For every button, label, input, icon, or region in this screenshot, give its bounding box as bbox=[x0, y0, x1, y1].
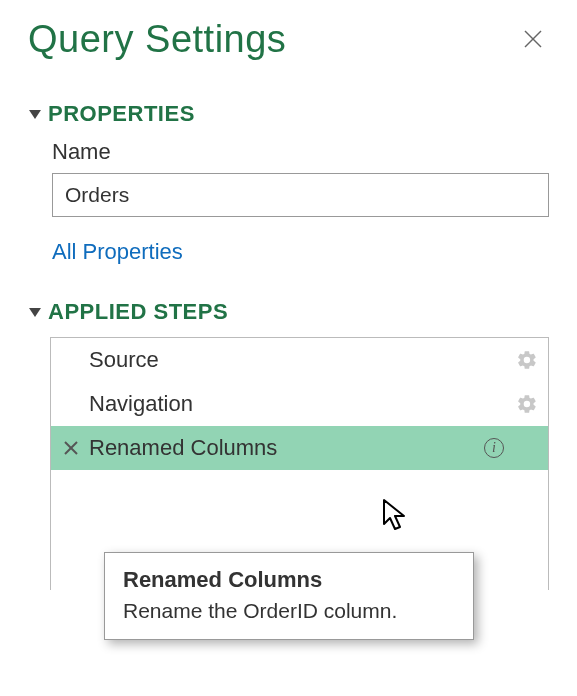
info-icon[interactable]: i bbox=[484, 438, 504, 458]
triangle-down-icon bbox=[29, 308, 41, 317]
applied-steps-header[interactable]: APPLIED STEPS bbox=[28, 299, 549, 325]
tooltip-description: Rename the OrderID column. bbox=[123, 599, 455, 623]
name-input[interactable] bbox=[52, 173, 549, 217]
step-label: Source bbox=[83, 347, 516, 373]
triangle-down-icon bbox=[29, 110, 41, 119]
panel-title: Query Settings bbox=[28, 18, 286, 61]
properties-section: PROPERTIES Name All Properties bbox=[28, 101, 549, 265]
step-label: Renamed Columns bbox=[83, 435, 484, 461]
name-label: Name bbox=[52, 139, 549, 165]
gear-icon[interactable] bbox=[516, 349, 538, 371]
step-row-navigation[interactable]: Navigation bbox=[51, 382, 548, 426]
properties-title: PROPERTIES bbox=[48, 101, 195, 127]
tooltip-title: Renamed Columns bbox=[123, 567, 455, 593]
query-settings-panel: Query Settings PROPERTIES Name All Prope… bbox=[0, 0, 577, 590]
x-icon[interactable] bbox=[59, 441, 83, 455]
step-label: Navigation bbox=[83, 391, 516, 417]
close-icon[interactable] bbox=[517, 22, 549, 58]
applied-steps-title: APPLIED STEPS bbox=[48, 299, 228, 325]
gear-icon[interactable] bbox=[516, 393, 538, 415]
properties-header[interactable]: PROPERTIES bbox=[28, 101, 549, 127]
panel-header: Query Settings bbox=[28, 18, 549, 61]
step-row-source[interactable]: Source bbox=[51, 338, 548, 382]
applied-steps-section: APPLIED STEPS Source Navigation bbox=[28, 299, 549, 590]
all-properties-link[interactable]: All Properties bbox=[52, 239, 549, 265]
step-tooltip: Renamed Columns Rename the OrderID colum… bbox=[104, 552, 474, 640]
step-row-renamed-columns[interactable]: Renamed Columns i bbox=[51, 426, 548, 470]
